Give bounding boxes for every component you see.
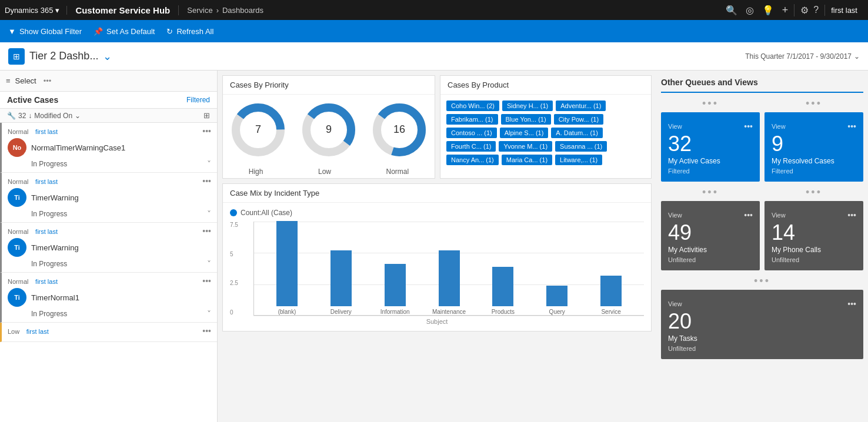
nav-icons-group: 🔍 ◎ 💡 +: [720, 4, 795, 16]
hub-title[interactable]: Customer Service Hub: [67, 5, 179, 15]
sort-field[interactable]: Modified On: [34, 112, 72, 120]
case-name[interactable]: TimerNormal1: [31, 293, 79, 302]
refresh-all-label: Refresh All: [176, 27, 213, 36]
set-as-default-button[interactable]: 📌 Set As Default: [94, 27, 155, 36]
legend-dot: [230, 209, 237, 216]
my-active-cases-label: My Active Cases: [668, 157, 753, 165]
select-button[interactable]: Select: [15, 76, 36, 85]
case-avatar: Ti: [8, 288, 26, 307]
dashboard-title-dropdown[interactable]: ⌄: [103, 50, 112, 63]
panel-toolbar-more[interactable]: •••: [44, 76, 52, 85]
settings-group: ⚙ ?: [794, 5, 825, 16]
filter-icon: ≡: [6, 76, 11, 85]
queue-cards-row-3: View ••• 20 My Tasks Unfiltered: [661, 290, 863, 359]
card-header: View •••: [668, 122, 753, 131]
product-tag[interactable]: Contoso ... (1): [446, 128, 497, 138]
my-activities-number: 49: [668, 222, 753, 243]
main-content: ≡ Select ••• Active Cases Filtered 🔧 32 …: [0, 71, 868, 422]
product-tags-container: Coho Win... (2) Sidney H... (1) Adventur…: [440, 95, 651, 171]
breadcrumb-separator: ›: [216, 6, 219, 15]
case-name[interactable]: TimerWarning: [31, 193, 79, 202]
case-owner: first last: [35, 228, 58, 235]
my-activities-card[interactable]: View ••• 49 My Activities Unfiltered: [661, 201, 760, 270]
user-name: first last: [831, 6, 857, 15]
y-label: 5: [230, 251, 238, 257]
period-dropdown-icon: ⌄: [854, 52, 860, 61]
help-icon[interactable]: ?: [813, 5, 819, 15]
my-active-cases-card[interactable]: View ••• 32 My Active Cases Filtered: [661, 112, 760, 182]
brand-dropdown-icon[interactable]: ▾: [55, 6, 59, 15]
case-more-button[interactable]: •••: [202, 126, 211, 136]
panel-toolbar: ≡ Select •••: [0, 71, 217, 92]
breadcrumb: Service › Dashboards: [179, 6, 272, 15]
card-more-button[interactable]: •••: [744, 210, 753, 220]
my-phone-calls-card[interactable]: View ••• 14 My Phone Calls Unfiltered: [764, 201, 863, 270]
case-expand-button[interactable]: ˅: [207, 309, 211, 319]
add-icon[interactable]: +: [782, 4, 789, 16]
my-phone-calls-label: My Phone Calls: [772, 246, 856, 254]
card-more-button[interactable]: •••: [847, 299, 856, 309]
card-more-button[interactable]: •••: [744, 122, 753, 131]
product-tag[interactable]: Sidney H... (1): [502, 101, 553, 111]
settings-icon[interactable]: ⚙: [800, 5, 809, 16]
case-expand-button[interactable]: ˅: [207, 209, 211, 219]
bar-group-products: Products: [476, 267, 530, 315]
bar-maintenance: [439, 250, 460, 306]
card-header: View •••: [772, 122, 856, 131]
case-more-button[interactable]: •••: [202, 276, 211, 286]
product-tag[interactable]: A. Datum... (1): [551, 128, 603, 138]
product-tag[interactable]: Blue Yon... (1): [501, 114, 551, 125]
case-item-header: Normal first last •••: [8, 176, 211, 186]
product-tag[interactable]: Susanna ... (1): [555, 141, 607, 152]
navigate-icon[interactable]: ◎: [746, 5, 754, 16]
product-tag[interactable]: Maria Ca... (1): [502, 155, 552, 165]
bar-service: [600, 276, 622, 306]
view-toggle-icon[interactable]: ⊞: [203, 111, 210, 120]
case-item-header: Low first last •••: [8, 326, 211, 336]
card-more-button[interactable]: •••: [847, 210, 856, 220]
view-label: View: [668, 123, 682, 130]
my-resolved-cases-card[interactable]: View ••• 9 My Resolved Cases Filtered: [764, 112, 863, 182]
dots-spacer: •••: [661, 186, 760, 199]
product-tag[interactable]: Litware,... (1): [555, 155, 602, 165]
dashboard-period[interactable]: This Quarter 7/1/2017 - 9/30/2017 ⌄: [745, 52, 860, 61]
product-tag[interactable]: Adventur... (1): [556, 101, 606, 111]
my-tasks-card[interactable]: View ••• 20 My Tasks Unfiltered: [661, 290, 863, 359]
case-item-header: Normal first last •••: [8, 126, 211, 136]
case-name[interactable]: NormalTimerWarningCase1: [31, 143, 125, 152]
dynamics365-brand[interactable]: Dynamics 365 ▾: [5, 6, 67, 15]
case-item-header: Normal first last •••: [8, 226, 211, 236]
filtered-badge: Filtered: [186, 96, 210, 104]
pie-label-high: High: [249, 168, 263, 176]
show-global-filter-button[interactable]: ▼ Show Global Filter: [8, 27, 82, 36]
product-tag[interactable]: Nancy An... (1): [446, 155, 499, 165]
product-tag[interactable]: Fourth C... (1): [446, 141, 496, 152]
pie-chart-normal: 16: [370, 101, 429, 159]
funnel-icon: ▼: [8, 27, 16, 36]
case-expand-button[interactable]: ˅: [207, 159, 211, 169]
sort-down-icon[interactable]: ↓: [28, 112, 32, 120]
case-more-button[interactable]: •••: [202, 176, 211, 186]
refresh-all-button[interactable]: ↻ Refresh All: [166, 27, 213, 36]
product-tag[interactable]: City Pow... (1): [554, 114, 603, 125]
product-tag[interactable]: Yvonne M... (1): [499, 141, 552, 152]
product-tag[interactable]: Coho Win... (2): [446, 101, 499, 111]
info-icon[interactable]: 💡: [762, 5, 774, 16]
case-name[interactable]: TimerWarning: [31, 243, 79, 252]
case-more-button[interactable]: •••: [202, 226, 211, 236]
product-tag[interactable]: Alpine S... (1): [500, 128, 549, 138]
sort-field-dropdown[interactable]: ⌄: [75, 112, 81, 120]
dots-spacer: •••: [661, 275, 863, 287]
cases-by-product-chart: Cases By Product Coho Win... (2) Sidney …: [440, 75, 652, 179]
dynamics365-label: Dynamics 365: [5, 6, 53, 15]
pie-label-low: Low: [318, 168, 331, 176]
card-more-button[interactable]: •••: [847, 122, 856, 131]
user-menu[interactable]: first last: [825, 6, 863, 15]
product-tag[interactable]: Fabrikam... (1): [446, 114, 498, 125]
case-more-button[interactable]: •••: [202, 326, 211, 336]
search-icon[interactable]: 🔍: [726, 5, 737, 16]
breadcrumb-service[interactable]: Service: [187, 6, 212, 15]
panel-title: Active Cases: [7, 95, 58, 105]
case-body: Ti TimerWarning: [8, 238, 211, 257]
case-expand-button[interactable]: ˅: [207, 259, 211, 269]
